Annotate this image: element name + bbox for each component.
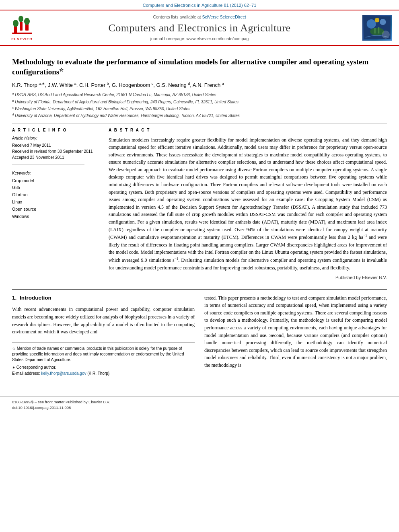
- received-date: Received 7 May 2011: [12, 142, 101, 148]
- svg-point-3: [19, 16, 23, 22]
- intro-para2: tested. This paper presents a methodolog…: [204, 294, 387, 369]
- keyword-crop-model: Crop model: [12, 177, 101, 185]
- authors-line: K.R. Thorp a,∗, J.W. White a, C.H. Porte…: [12, 81, 387, 89]
- affiliation-d: d University of Arizona, Department of H…: [12, 112, 387, 119]
- published-by: Published by Elsevier B.V.: [109, 275, 387, 281]
- keyword-g85: G85: [12, 184, 101, 191]
- two-col-body: 1. Introduction With recent advancements…: [12, 294, 387, 376]
- affiliation-c: c Washington State University, AgWeather…: [12, 105, 387, 112]
- elsevier-logo: ELSEVIER: [5, 14, 39, 42]
- journal-citation-text: Computers and Electronics in Agriculture…: [143, 3, 257, 8]
- svg-point-8: [367, 19, 376, 29]
- abstract-column: A B S T R A C T Simulation modelers incr…: [109, 127, 387, 281]
- article-info-column: A R T I C L E I N F O Article history: R…: [12, 127, 101, 281]
- article-info-header: A R T I C L E I N F O: [12, 127, 101, 133]
- page-wrapper: Computers and Electronics in Agriculture…: [0, 0, 399, 532]
- svg-point-10: [370, 28, 384, 35]
- svg-rect-11: [374, 28, 376, 33]
- footnote-corresponding: ∗ Corresponding author.: [12, 364, 195, 370]
- footnote-area: ☆ Mention of trade names or commercial p…: [12, 342, 195, 376]
- journal-thumbnail-area: [360, 15, 394, 41]
- intro-continuation-column: tested. This paper presents a methodolog…: [204, 294, 387, 376]
- main-content: Methodology to evaluate the performance …: [0, 46, 399, 384]
- email-label: E-mail address:: [12, 371, 41, 376]
- article-history-label: Article history:: [12, 136, 101, 141]
- accepted-date: Accepted 23 November 2011: [12, 154, 101, 160]
- svg-point-13: [375, 18, 379, 22]
- affiliations: a USDA-ARS, US Arid Land Agricultural Re…: [12, 91, 387, 119]
- svg-rect-2: [20, 22, 23, 31]
- article-title: Methodology to evaluate the performance …: [12, 57, 387, 77]
- keywords-section: Keywords: Crop model G85 Gfortran Linux …: [12, 170, 101, 220]
- svg-point-9: [380, 19, 386, 25]
- footnote-email: E-mail address: kelly.thorp@ars.usda.gov…: [12, 370, 195, 376]
- footnote-star-text: ☆ Mention of trade names or commercial p…: [12, 346, 195, 363]
- cover-image-icon: [364, 16, 391, 40]
- intro-column: 1. Introduction With recent advancements…: [12, 294, 195, 376]
- bottom-section: 1. Introduction With recent advancements…: [12, 289, 387, 376]
- sciverse-line: Contents lists available at SciVerse Sci…: [43, 14, 356, 20]
- left-col-divider: [12, 164, 84, 165]
- svg-point-1: [13, 20, 19, 27]
- elsevier-tree-icon: [10, 14, 34, 36]
- email-link[interactable]: kelly.thorp@ars.usda.gov: [41, 371, 86, 376]
- journal-header: ELSEVIER Contents lists available at Sci…: [0, 10, 399, 46]
- intro-para1: With recent advancements in computationa…: [12, 306, 195, 335]
- corr-label: ∗ Corresponding author.: [12, 365, 56, 370]
- affiliation-a: a USDA-ARS, US Arid Land Agricultural Re…: [12, 91, 387, 98]
- journal-title: Computers and Electronics in Agriculture: [43, 22, 356, 34]
- intro-number: 1.: [12, 295, 16, 301]
- sciverse-prefix: Contents lists available at: [153, 14, 202, 19]
- keyword-windows: Windows: [12, 213, 101, 220]
- intro-heading: 1. Introduction: [12, 294, 195, 302]
- footer-info: 0168-1699/$ – see front matter Published…: [12, 399, 110, 411]
- intro-heading-text: Introduction: [20, 295, 51, 301]
- keyword-linux: Linux: [12, 199, 101, 206]
- keyword-open-source: Open source: [12, 206, 101, 213]
- authors-text: K.R. Thorp a,∗, J.W. White a, C.H. Porte…: [12, 82, 224, 88]
- abstract-header: A B S T R A C T: [109, 127, 387, 133]
- page-footer: 0168-1699/$ – see front matter Published…: [0, 396, 399, 411]
- svg-rect-12: [378, 27, 379, 33]
- sciverse-link[interactable]: SciVerse ScienceDirect: [202, 14, 246, 19]
- abstract-text: Simulation modelers increasingly require…: [109, 136, 387, 272]
- journal-homepage: journal homepage: www.elsevier.com/locat…: [43, 36, 356, 42]
- received-revised-date: Received in revised form 30 September 20…: [12, 148, 101, 154]
- keywords-label: Keywords:: [12, 170, 101, 176]
- elsevier-label: ELSEVIER: [11, 37, 33, 42]
- svg-point-5: [24, 18, 30, 25]
- keyword-gfortran: Gfortran: [12, 191, 101, 199]
- email-person: (K.R. Thorp).: [87, 371, 111, 376]
- homepage-text: journal homepage: www.elsevier.com/locat…: [150, 36, 249, 41]
- article-info-section: A R T I C L E I N F O Article history: R…: [12, 127, 101, 220]
- journal-citation-bar: Computers and Electronics in Agriculture…: [0, 0, 399, 10]
- journal-cover-thumbnail: [362, 15, 392, 41]
- footer-issn: 0168-1699/$ – see front matter Published…: [12, 399, 110, 405]
- article-star: ☆: [59, 67, 64, 73]
- article-info-abstract-section: A R T I C L E I N F O Article history: R…: [12, 127, 387, 281]
- article-title-text: Methodology to evaluate the performance …: [12, 58, 368, 76]
- svg-rect-6: [12, 33, 32, 34]
- separator-line: [12, 123, 387, 123]
- footer-doi: doi:10.1016/j.compag.2011.11.008: [12, 405, 110, 411]
- journal-header-center: Contents lists available at SciVerse Sci…: [39, 14, 360, 42]
- affiliation-b: b University of Florida, Department of A…: [12, 99, 387, 105]
